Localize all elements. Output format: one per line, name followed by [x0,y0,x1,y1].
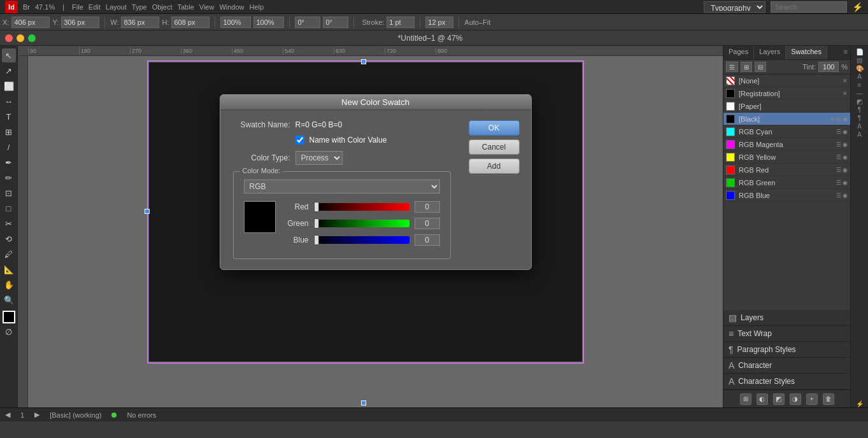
auto-fit-btn[interactable]: Auto–Fit [464,18,490,26]
add-button[interactable]: Add [469,159,520,174]
text-tool[interactable]: T [2,110,16,124]
menu-help[interactable]: Help [250,3,264,11]
green-slider-thumb[interactable] [314,218,319,229]
lightning-icon[interactable]: ⚡ [852,2,863,12]
swatch-show-gradient-btn[interactable]: ◩ [773,393,785,405]
panel-menu-btn[interactable]: ≡ [841,46,850,59]
text-wrap-icon-btn[interactable]: ≡ [858,81,862,88]
hand-tool[interactable]: ✋ [2,278,16,292]
stroke-input[interactable] [387,17,415,28]
red-input[interactable] [415,201,440,213]
swatch-new-btn[interactable]: + [806,393,818,405]
swatch-black[interactable]: [Black] ✕ ⊞ ◉ [723,113,850,125]
swatch-show-all-btn[interactable]: ⊞ [740,393,751,405]
glyphs-icon-btn[interactable]: A [857,73,862,80]
swatch-rgb-cyan[interactable]: RGB Cyan ☰ ◉ [723,125,850,138]
swatch-none[interactable]: [None] ✕ [723,74,850,87]
rectangle-frame-tool[interactable]: ⊡ [2,186,16,200]
layers-icon-btn[interactable]: ▤ [857,57,862,64]
green-input[interactable] [415,218,440,229]
scissors-tool[interactable]: ✂ [2,216,16,230]
stroke-icon-btn[interactable]: — [857,90,863,97]
w-input[interactable] [121,17,159,28]
menu-file[interactable]: File [72,3,83,11]
eyedropper-tool[interactable]: 🖊 [2,247,16,261]
rotate-input[interactable] [295,17,320,28]
blue-slider-track[interactable] [314,236,409,244]
color-type-select[interactable]: Process Spot [295,151,343,165]
swatch-show-color-btn[interactable]: ◐ [757,393,768,405]
gradient-icon-btn[interactable]: ◩ [857,98,862,105]
shear-input[interactable] [323,17,348,28]
scale-y-input[interactable] [253,17,284,28]
page-nav-next[interactable]: ▶ [34,411,39,419]
pen-tool[interactable]: ✒ [2,155,16,169]
rectangle-tool[interactable]: □ [2,201,16,215]
font-size-input[interactable] [425,17,453,28]
character-styles-section-header[interactable]: A Character Styles [723,374,850,389]
h-input[interactable] [171,17,210,28]
swatch-rgb-blue[interactable]: RGB Blue ☰ ◉ [723,189,850,202]
page-nav-prev[interactable]: ◀ [5,411,10,419]
tab-pages[interactable]: Pages [723,46,754,59]
y-input[interactable] [61,17,99,28]
menu-object[interactable]: Object [152,3,173,11]
swatch-small-view[interactable]: ⊟ [755,62,766,72]
apply-none-btn[interactable]: ∅ [2,325,16,339]
swatch-rgb-magenta[interactable]: RGB Magenta ☰ ◉ [723,138,850,151]
x-input[interactable] [11,17,50,28]
menu-view[interactable]: View [199,3,215,11]
character-section-header[interactable]: A Character [723,358,850,373]
table-tool[interactable]: ⊞ [2,125,16,139]
menu-window[interactable]: Window [219,3,244,11]
swatch-list-view[interactable]: ☰ [726,62,738,72]
workspace-selector[interactable]: Typography [704,1,765,13]
select-tool[interactable]: ↖ [2,48,16,62]
lightning-sidebar-icon[interactable]: ⚡ [856,400,864,407]
close-button[interactable] [5,34,13,42]
tint-input[interactable] [818,62,839,72]
pages-icon-btn[interactable]: 📄 [856,48,864,55]
direct-select-tool[interactable]: ↗ [2,64,16,78]
paragraph-styles-section-header[interactable]: ¶ Paragraph Styles [723,342,850,357]
tab-layers[interactable]: Layers [754,46,786,59]
swatch-registration[interactable]: [Registration] ✕ [723,87,850,100]
swatch-rgb-red[interactable]: RGB Red ☰ ◉ [723,164,850,176]
swatch-paper[interactable]: [Paper] [723,100,850,113]
name-with-color-checkbox[interactable] [295,136,304,145]
text-wrap-section-header[interactable]: ≡ Text Wrap [723,326,850,341]
swatch-rgb-green[interactable]: RGB Green ☰ ◉ [723,176,850,189]
bridge-btn[interactable]: Br [23,3,30,11]
menu-layout[interactable]: Layout [106,3,127,11]
menu-type[interactable]: Type [132,3,147,11]
measure-tool[interactable]: 📐 [2,262,16,276]
character-icon-btn[interactable]: A [857,123,862,130]
page-tool[interactable]: ⬜ [2,79,16,93]
search-input[interactable] [771,1,847,13]
scale-x-input[interactable] [220,17,251,28]
maximize-button[interactable] [28,34,36,42]
menu-table[interactable]: Table [177,3,194,11]
swatches-icon-btn[interactable]: 🎨 [856,65,864,72]
layers-section-header[interactable]: ▤ Layers [723,310,850,325]
menu-edit[interactable]: Edit [89,3,101,11]
pencil-tool[interactable]: ✏ [2,171,16,185]
red-slider-thumb[interactable] [314,202,319,212]
gap-tool[interactable]: ↔ [2,94,16,108]
swatch-grid-view[interactable]: ⊞ [741,62,752,72]
blue-slider-thumb[interactable] [314,235,319,245]
green-slider-track[interactable] [314,220,409,227]
color-boxes[interactable] [3,311,15,323]
line-tool[interactable]: / [2,140,16,154]
blue-input[interactable] [415,234,440,246]
paragraph-styles-icon-btn[interactable]: ¶ [858,115,861,122]
red-slider-track[interactable] [314,203,409,211]
tab-swatches[interactable]: Swatches [786,46,827,59]
zoom-tool[interactable]: 🔍 [2,293,16,307]
swatch-rgb-yellow[interactable]: RGB Yellow ☰ ◉ [723,151,850,164]
character-styles-icon-btn[interactable]: A [857,131,862,138]
color-mode-select[interactable]: RGB CMYK LAB [244,180,440,194]
swatch-show-tint-btn[interactable]: ◑ [790,393,801,405]
cancel-button[interactable]: Cancel [469,139,520,155]
swatch-delete-btn[interactable]: 🗑 [823,393,834,405]
